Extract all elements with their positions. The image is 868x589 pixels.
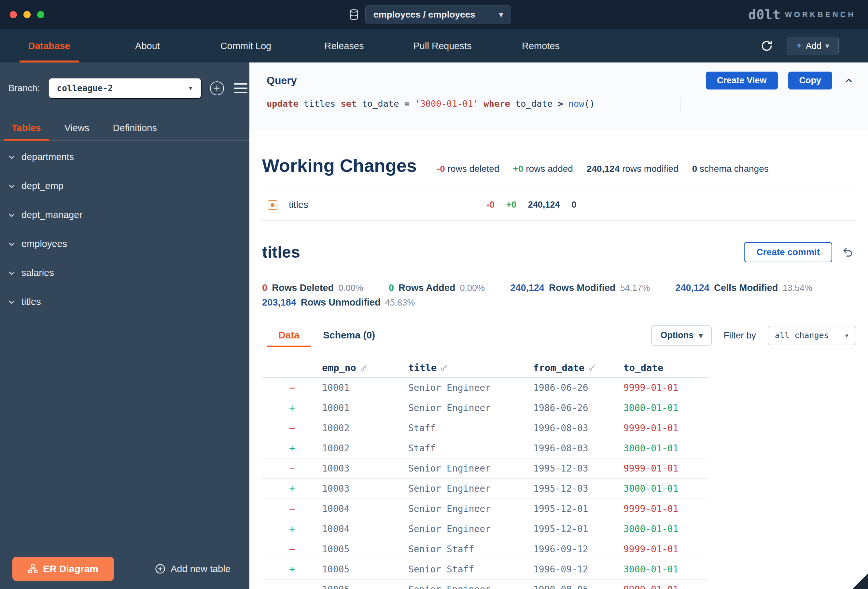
refresh-button[interactable] [760, 40, 773, 52]
collapse-query-button[interactable] [843, 77, 855, 85]
database-selector[interactable]: employees / employees ▾ [365, 5, 511, 24]
revert-changes-button[interactable] [842, 246, 854, 258]
create-commit-button[interactable]: Create commit [744, 242, 832, 262]
diff-table-body: −10001Senior Engineer1986-06-269999-01-0… [262, 378, 709, 589]
cell-title: Senior Staff [408, 564, 533, 575]
sidebar-item-employees[interactable]: employees [0, 230, 249, 258]
options-label: Options [660, 330, 694, 340]
cell-from_date: 1990-08-05 [533, 584, 623, 589]
column-header-from_date[interactable]: from_date [533, 362, 623, 373]
diff-table-title: titles [262, 243, 300, 262]
row-change-counts: -0+0240,1240 [487, 200, 576, 210]
create-view-button[interactable]: Create View [706, 72, 778, 90]
cell-title: Senior Engineer [408, 382, 533, 393]
table-row[interactable]: −10005Senior Staff1996-09-129999-01-01 [262, 539, 709, 560]
add-new-table-button[interactable]: Add new table [155, 564, 230, 574]
working-changes-section: Working Changes -0 rows deleted+0 rows a… [249, 155, 868, 589]
nav-item-releases[interactable]: Releases [295, 29, 393, 62]
table-name-label: salaries [22, 268, 54, 278]
sidebar-item-salaries[interactable]: salaries [0, 258, 249, 287]
table-row[interactable]: +10002Staff1996-08-033000-01-01 [262, 438, 709, 458]
nav-item-pull-requests[interactable]: Pull Requests [393, 29, 492, 62]
column-header-to_date[interactable]: to_date [623, 362, 709, 373]
table-row[interactable]: +10001Senior Engineer1986-06-263000-01-0… [262, 398, 709, 418]
database-selector-value: employees / employees [373, 9, 475, 20]
copy-button[interactable]: Copy [788, 72, 833, 90]
table-row[interactable]: −10002Staff1996-08-039999-01-01 [262, 418, 709, 438]
diff-stats: 0Rows Deleted0.00%0Rows Added0.00%240,12… [262, 283, 856, 308]
sidebar-table-list: departmentsdept_empdept_manageremployees… [0, 143, 249, 316]
query-actions: Create View Copy [706, 72, 855, 90]
nav-item-commit-log[interactable]: Commit Log [197, 29, 295, 62]
cell-to_date: 9999-01-01 [623, 463, 709, 474]
plus-circle-icon [155, 564, 165, 574]
chevron-down-icon: ▾ [825, 41, 829, 50]
table-row[interactable]: −10001Senior Engineer1986-06-269999-01-0… [262, 378, 709, 398]
cell-emp_no: 10001 [322, 382, 408, 393]
close-button[interactable] [10, 11, 17, 18]
cell-from_date: 1995-12-01 [533, 524, 623, 535]
table-row[interactable]: −10003Senior Engineer1995-12-039999-01-0… [262, 458, 709, 479]
branch-row: Branch: colleague-2 ▾ [0, 77, 249, 100]
table-row[interactable]: +10003Senior Engineer1995-12-033000-01-0… [262, 479, 709, 499]
filter-by-label: Filter by [723, 330, 756, 341]
column-header-title[interactable]: title [408, 362, 533, 373]
new-branch-button[interactable] [210, 81, 224, 95]
sidebar-tab-tables[interactable]: Tables [0, 116, 53, 140]
tab-data[interactable]: Data [267, 324, 311, 347]
branch-selector[interactable]: colleague-2 ▾ [49, 78, 202, 99]
cell-emp_no: 10006 [322, 584, 408, 589]
nav-items: DatabaseAboutCommit LogReleasesPull Requ… [0, 29, 590, 62]
working-changes-row-titles[interactable]: titles-0+0240,1240 [262, 189, 856, 221]
sidebar-tab-views[interactable]: Views [53, 116, 101, 140]
table-name-link[interactable]: titles [289, 199, 309, 210]
nav-item-remotes[interactable]: Remotes [492, 29, 590, 62]
sidebar-item-dept-emp[interactable]: dept_emp [0, 171, 249, 200]
chevron-down-icon: ▾ [188, 84, 193, 93]
nav-item-database[interactable]: Database [0, 29, 98, 62]
sql-query-text[interactable]: update titles set to_date = '3000-01-01'… [267, 99, 855, 109]
logo-suffix: WORKBENCH [785, 10, 856, 19]
table-name-label: departments [22, 152, 74, 162]
primary-key-icon [588, 364, 595, 371]
stat-rows-modified: 240,124 rows modified [587, 164, 679, 174]
table-row[interactable]: −10006Senior Engineer1990-08-059999-01-0… [262, 580, 709, 589]
minimize-button[interactable] [24, 11, 31, 18]
cell-title: Senior Engineer [408, 584, 533, 589]
diff-sign: − [262, 503, 322, 514]
cell-from_date: 1996-08-03 [533, 423, 623, 433]
cell-from_date: 1996-09-12 [533, 544, 623, 555]
options-button[interactable]: Options ▾ [651, 325, 712, 346]
column-header-emp_no[interactable]: emp_no [322, 362, 408, 373]
cell-to_date: 9999-01-01 [623, 423, 709, 433]
chevron-down-icon [8, 240, 16, 248]
zoom-button[interactable] [37, 11, 44, 18]
nav-item-about[interactable]: About [98, 29, 197, 62]
tab-schema-0[interactable]: Schema (0) [311, 324, 387, 347]
stat-schema-changes: 0 schema changes [692, 164, 769, 174]
add-button[interactable]: + Add ▾ [787, 37, 839, 55]
cell-from_date: 1986-06-26 [533, 402, 623, 413]
table-row[interactable]: +10004Senior Engineer1995-12-013000-01-0… [262, 519, 709, 539]
er-diagram-button[interactable]: ER Diagram [12, 557, 114, 581]
diff-sign: + [262, 402, 322, 414]
table-row[interactable]: +10005Senior Staff1996-09-123000-01-01 [262, 560, 709, 580]
diff-sign: − [262, 463, 322, 474]
cell-emp_no: 10003 [322, 463, 408, 474]
cell-emp_no: 10002 [322, 423, 408, 433]
branch-menu-button[interactable] [234, 83, 248, 93]
sidebar-item-departments[interactable]: departments [0, 143, 249, 171]
diff-sign: + [262, 523, 322, 535]
stat-rows-added: 0Rows Added0.00% [389, 283, 485, 293]
chevron-down-icon: ▾ [844, 331, 849, 340]
sidebar-tab-definitions[interactable]: Definitions [101, 116, 169, 140]
cell-emp_no: 10004 [322, 504, 408, 514]
sidebar-item-titles[interactable]: titles [0, 287, 249, 316]
sidebar: Branch: colleague-2 ▾ TablesViewsDefinit… [0, 62, 249, 589]
filter-dropdown[interactable]: all changes ▾ [768, 326, 856, 345]
sidebar-item-dept-manager[interactable]: dept_manager [0, 200, 249, 230]
primary-key-icon [440, 364, 448, 371]
dolt-workbench-logo: d0lt WORKBENCH [748, 0, 856, 29]
cell-title: Senior Engineer [408, 524, 533, 535]
table-row[interactable]: −10004Senior Engineer1995-12-019999-01-0… [262, 499, 709, 519]
